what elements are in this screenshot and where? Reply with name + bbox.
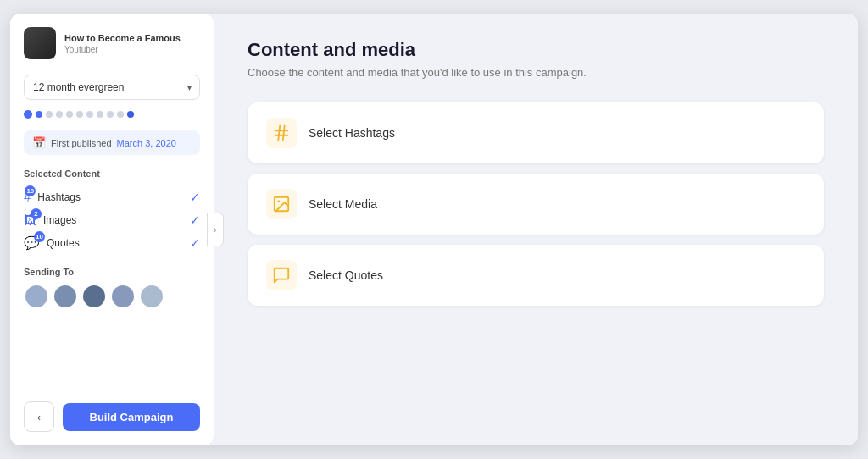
quotes-check-icon: ✓ — [190, 236, 200, 250]
evergreen-select[interactable]: 12 month evergreen 6 month 3 month — [24, 75, 200, 100]
media-card-icon — [266, 189, 297, 219]
images-check-icon: ✓ — [190, 213, 200, 227]
quotes-label: Quotes — [47, 237, 80, 249]
build-campaign-button[interactable]: Build Campaign — [63, 403, 200, 431]
sidebar-title: How to Become a Famous — [64, 32, 181, 44]
selected-content-section: Selected Content # 10 Hashtags ✓ 🖼 2 — [24, 169, 200, 255]
avatar — [24, 27, 56, 59]
images-label: Images — [43, 214, 76, 226]
sidebar-subtitle: Youtuber — [64, 45, 181, 54]
media-card-label: Select Media — [309, 197, 377, 211]
quotes-card-icon — [266, 260, 297, 290]
hashtag-check-icon: ✓ — [190, 191, 200, 204]
main-content: Content and media Choose the content and… — [214, 14, 858, 445]
dot-0 — [24, 110, 32, 119]
dot-7 — [97, 111, 103, 118]
sidebar-footer: ‹ Build Campaign — [24, 401, 200, 432]
sidebar-collapse-button[interactable]: › — [207, 213, 224, 246]
svg-point-1 — [277, 200, 280, 202]
quotes-card-label: Select Quotes — [309, 268, 383, 282]
dot-10 — [127, 111, 134, 118]
select-media-card[interactable]: Select Media — [248, 174, 824, 235]
page-subtitle: Choose the content and media that you'd … — [248, 66, 824, 79]
hashtag-badge: 10 — [25, 185, 36, 196]
dot-4 — [66, 111, 73, 118]
sending-to-label: Sending To — [24, 267, 200, 277]
hashtag-icon-wrapper: # 10 — [24, 190, 31, 204]
first-published-row: 📅 First published March 3, 2020 — [24, 130, 200, 155]
hashtags-card-icon — [266, 118, 297, 148]
images-icon-wrapper: 🖼 2 — [24, 213, 36, 227]
quotes-icon-wrapper: 💬 10 — [24, 235, 40, 251]
content-item-images: 🖼 2 Images ✓ — [24, 208, 200, 231]
content-cards: Select Hashtags Select Media — [248, 102, 824, 306]
avatar-group — [24, 284, 200, 309]
page-title: Content and media — [248, 39, 824, 61]
dot-6 — [86, 111, 93, 118]
dot-1 — [36, 111, 42, 118]
quotes-badge: 10 — [34, 231, 45, 242]
sidebar-header: How to Become a Famous Youtuber — [24, 27, 200, 59]
hashtag-label: Hashtags — [37, 191, 81, 203]
calendar-icon: 📅 — [32, 136, 46, 149]
content-item-quotes: 💬 10 Quotes ✓ — [24, 231, 200, 255]
dot-5 — [76, 111, 83, 118]
dot-3 — [56, 111, 63, 118]
dropdown-section[interactable]: 12 month evergreen 6 month 3 month ▾ — [24, 75, 200, 100]
first-published-date: March 3, 2020 — [117, 138, 176, 148]
first-published-label: First published — [51, 138, 112, 148]
recipient-avatar-1 — [24, 284, 49, 309]
app-container: How to Become a Famous Youtuber 12 month… — [10, 14, 858, 445]
content-item-hashtags: # 10 Hashtags ✓ — [24, 185, 200, 208]
sidebar: How to Become a Famous Youtuber 12 month… — [10, 14, 214, 445]
dot-9 — [117, 111, 124, 118]
progress-dots — [24, 110, 200, 119]
recipient-avatar-4 — [110, 284, 136, 309]
recipient-avatar-2 — [53, 284, 78, 309]
selected-content-label: Selected Content — [24, 169, 200, 179]
dot-2 — [46, 111, 53, 118]
dot-8 — [107, 111, 114, 118]
sending-to-section: Sending To — [24, 267, 200, 309]
select-quotes-card[interactable]: Select Quotes — [248, 245, 824, 306]
hashtags-card-label: Select Hashtags — [309, 126, 395, 140]
select-hashtags-card[interactable]: Select Hashtags — [248, 102, 824, 163]
recipient-avatar-3 — [81, 284, 107, 309]
recipient-avatar-5 — [139, 284, 164, 309]
images-badge: 2 — [31, 208, 42, 219]
header-text: How to Become a Famous Youtuber — [64, 32, 181, 53]
back-button[interactable]: ‹ — [24, 401, 54, 432]
